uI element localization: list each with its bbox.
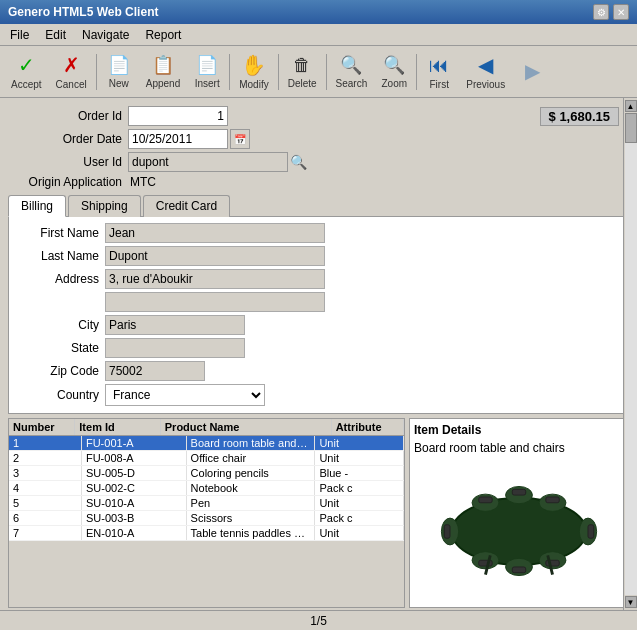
first-button[interactable]: ⏮ First <box>419 49 459 95</box>
amount-display: $ 1,680.15 <box>540 107 619 126</box>
vertical-scrollbar[interactable]: ▲ ▼ <box>623 98 637 610</box>
firstname-input[interactable] <box>105 223 325 243</box>
new-label: New <box>109 78 129 89</box>
close-icon[interactable]: ✕ <box>613 4 629 20</box>
zoom-label: Zoom <box>381 78 407 89</box>
user-id-row: User Id 🔍 <box>8 152 629 172</box>
col-attribute: Attribute <box>331 419 403 436</box>
items-table: Number Item Id Product Name Attribute <box>9 419 404 436</box>
separator-4 <box>326 54 327 90</box>
cancel-label: Cancel <box>56 79 87 90</box>
origin-app-value: MTC <box>130 175 156 189</box>
menu-file[interactable]: File <box>2 24 37 45</box>
insert-icon: 📄 <box>196 54 218 76</box>
user-search-button[interactable]: 🔍 <box>290 154 307 170</box>
calendar-button[interactable]: 📅 <box>230 129 250 149</box>
order-date-row: Order Date 📅 <box>8 129 629 149</box>
city-row: City <box>15 315 622 335</box>
separator-5 <box>416 54 417 90</box>
svg-rect-10 <box>512 566 525 572</box>
table-row[interactable]: 5SU-010-APenUnit <box>9 496 404 511</box>
order-id-label: Order Id <box>8 109 128 123</box>
order-date-input[interactable] <box>128 129 228 149</box>
zoom-button[interactable]: 🔍 Zoom <box>374 49 414 95</box>
table-row[interactable]: 2FU-008-AOffice chairUnit <box>9 451 404 466</box>
accept-icon: ✓ <box>18 53 35 77</box>
menu-navigate[interactable]: Navigate <box>74 24 137 45</box>
delete-button[interactable]: 🗑 Delete <box>281 49 324 95</box>
window-controls: ⚙ ✕ <box>593 4 629 20</box>
search-label: Search <box>336 78 368 89</box>
modify-button[interactable]: ✋ Modify <box>232 49 275 95</box>
firstname-row: First Name <box>15 223 622 243</box>
menu-edit[interactable]: Edit <box>37 24 74 45</box>
tab-shipping[interactable]: Shipping <box>68 195 141 217</box>
item-details-title: Item Details <box>414 423 624 437</box>
zipcode-label: Zip Code <box>15 364 105 378</box>
user-id-input[interactable] <box>128 152 288 172</box>
zipcode-row: Zip Code <box>15 361 622 381</box>
product-image <box>429 474 609 589</box>
table-row[interactable]: 6SU-003-BScissorsPack c <box>9 511 404 526</box>
order-id-row: Order Id $ 1,680.15 <box>8 106 629 126</box>
lastname-input[interactable] <box>105 246 325 266</box>
settings-icon[interactable]: ⚙ <box>593 4 609 20</box>
delete-icon: 🗑 <box>293 55 311 76</box>
svg-rect-16 <box>588 524 594 537</box>
address-input[interactable] <box>105 269 325 289</box>
delete-label: Delete <box>288 78 317 89</box>
table-scroll[interactable]: 1FU-001-ABoard room table and chUnit2FU-… <box>9 436 404 604</box>
svg-rect-4 <box>512 489 525 495</box>
svg-rect-6 <box>546 497 559 503</box>
order-items-table: Number Item Id Product Name Attribute 1F… <box>8 418 405 608</box>
previous-button[interactable]: ◀ Previous <box>459 49 512 95</box>
lastname-row: Last Name <box>15 246 622 266</box>
table-row[interactable]: 7EN-010-ATable tennis paddles andUnit <box>9 526 404 541</box>
previous-label: Previous <box>466 79 505 90</box>
first-label: First <box>430 79 449 90</box>
table-row[interactable]: 1FU-001-ABoard room table and chUnit <box>9 436 404 451</box>
page-indicator: 1/5 <box>310 614 327 628</box>
scroll-up-button[interactable]: ▲ <box>625 100 637 112</box>
item-details-product-name: Board room table and chairs <box>414 441 624 455</box>
address-label: Address <box>15 272 105 286</box>
menu-bar: File Edit Navigate Report <box>0 24 637 46</box>
zoom-icon: 🔍 <box>383 54 405 76</box>
city-input[interactable] <box>105 315 245 335</box>
country-select[interactable]: France <box>105 384 265 406</box>
search-button[interactable]: 🔍 Search <box>329 49 375 95</box>
modify-label: Modify <box>239 79 268 90</box>
svg-point-0 <box>452 497 586 564</box>
firstname-label: First Name <box>15 226 105 240</box>
table-row[interactable]: 4SU-002-CNotebookPack c <box>9 481 404 496</box>
separator-1 <box>96 54 97 90</box>
menu-report[interactable]: Report <box>137 24 189 45</box>
city-label: City <box>15 318 105 332</box>
order-form: Order Id $ 1,680.15 Order Date 📅 User Id… <box>4 102 633 189</box>
table-area: Number Item Id Product Name Attribute 1F… <box>4 418 633 608</box>
next-icon: ▶ <box>525 59 540 83</box>
tab-creditcard[interactable]: Credit Card <box>143 195 230 217</box>
append-label: Append <box>146 78 180 89</box>
search-icon: 🔍 <box>340 54 362 76</box>
cancel-icon: ✗ <box>63 53 80 77</box>
cancel-button[interactable]: ✗ Cancel <box>49 49 94 95</box>
order-id-input[interactable] <box>128 106 228 126</box>
append-button[interactable]: 📋 Append <box>139 49 187 95</box>
accept-label: Accept <box>11 79 42 90</box>
state-input[interactable] <box>105 338 245 358</box>
table-row[interactable]: 3SU-005-DColoring pencilsBlue - <box>9 466 404 481</box>
scroll-thumb[interactable] <box>625 113 637 143</box>
tab-billing[interactable]: Billing <box>8 195 66 217</box>
new-button[interactable]: 📄 New <box>99 49 139 95</box>
scroll-down-button[interactable]: ▼ <box>625 596 637 608</box>
next-button[interactable]: ▶ <box>512 49 552 95</box>
order-date-label: Order Date <box>8 132 128 146</box>
insert-label: Insert <box>195 78 220 89</box>
toolbar: ✓ Accept ✗ Cancel 📄 New 📋 Append 📄 Inser… <box>0 46 637 98</box>
address2-input[interactable] <box>105 292 325 312</box>
country-label: Country <box>15 388 105 402</box>
accept-button[interactable]: ✓ Accept <box>4 49 49 95</box>
zipcode-input[interactable] <box>105 361 205 381</box>
insert-button[interactable]: 📄 Insert <box>187 49 227 95</box>
